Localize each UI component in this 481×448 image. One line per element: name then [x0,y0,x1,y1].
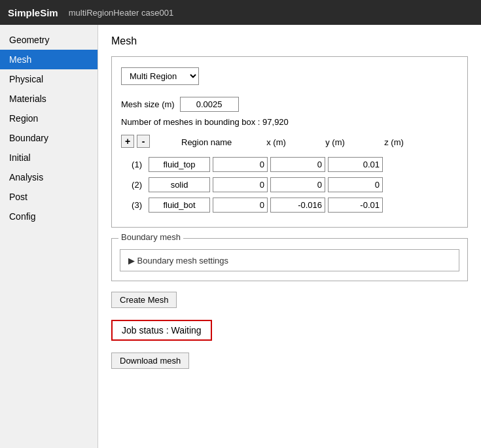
region-z-input[interactable] [328,157,383,172]
boundary-settings-label: ▶ Boundary mesh settings [128,256,228,266]
region-x-input[interactable] [213,198,268,213]
page-title: Mesh [111,35,468,47]
region-z-input[interactable] [328,177,383,192]
region-name-input[interactable] [149,157,210,172]
remove-region-button[interactable]: - [137,135,150,148]
region-type-select[interactable]: Multi RegionSingle Region [121,67,199,85]
sidebar-item-materials[interactable]: Materials [0,89,98,109]
region-index: (3) [121,200,146,210]
table-header: Region name x (m) y (m) z (m) [181,137,423,147]
region-index: (1) [121,160,146,169]
download-mesh-button[interactable]: Download mesh [111,353,189,369]
sidebar-item-geometry[interactable]: Geometry [0,30,98,50]
sidebar-item-physical[interactable]: Physical [0,69,98,89]
table-row: (3) [121,198,458,213]
sidebar-item-region[interactable]: Region [0,109,98,128]
region-y-input[interactable] [270,157,325,172]
add-region-button[interactable]: + [121,135,134,148]
region-settings-box: Multi RegionSingle Region Mesh size (m) … [111,56,468,228]
sidebar-item-post[interactable]: Post [0,187,98,207]
sidebar-item-mesh[interactable]: Mesh [0,50,98,69]
sidebar-item-boundary[interactable]: Boundary [0,128,98,148]
region-y-input[interactable] [270,177,325,192]
mesh-size-row: Mesh size (m) [121,97,458,112]
sidebar-item-analysis[interactable]: Analysis [0,167,98,187]
job-status-box: Job status : Waiting [111,320,212,341]
add-remove-controls: + - [121,135,150,148]
project-name: multiRegionHeater case001 [69,8,173,18]
mesh-size-label: Mesh size (m) [121,99,175,109]
table-row: (2) [121,177,458,192]
sidebar-item-initial[interactable]: Initial [0,148,98,167]
num-meshes-text: Number of meshes in bounding box : 97,92… [121,117,458,127]
table-row: (1) [121,157,458,172]
region-z-input[interactable] [328,198,383,213]
boundary-mesh-box: Boundary mesh ▶ Boundary mesh settings [111,238,468,281]
sidebar-item-config[interactable]: Config [0,207,98,226]
job-status-text: Job status : Waiting [122,325,202,336]
create-mesh-button[interactable]: Create Mesh [111,292,177,308]
region-x-input[interactable] [213,177,268,192]
sidebar: GeometryMeshPhysicalMaterialsRegionBound… [0,25,98,448]
boundary-mesh-legend: Boundary mesh [118,232,183,242]
app-name: SimpleSim [8,7,58,18]
col-header-x: x (m) [247,137,306,147]
region-name-input[interactable] [149,198,210,213]
mesh-size-input[interactable] [180,97,239,112]
region-y-input[interactable] [270,198,325,213]
app-header: SimpleSim multiRegionHeater case001 [0,0,481,25]
col-header-y: y (m) [306,137,365,147]
region-name-input[interactable] [149,177,210,192]
boundary-settings-inner[interactable]: ▶ Boundary mesh settings [120,249,459,271]
region-rows: (1)(2)(3) [121,157,458,213]
main-content: Mesh Multi RegionSingle Region Mesh size… [98,25,481,448]
region-index: (2) [121,180,146,190]
region-x-input[interactable] [213,157,268,172]
col-header-name: Region name [181,137,247,147]
col-header-z: z (m) [365,137,423,147]
